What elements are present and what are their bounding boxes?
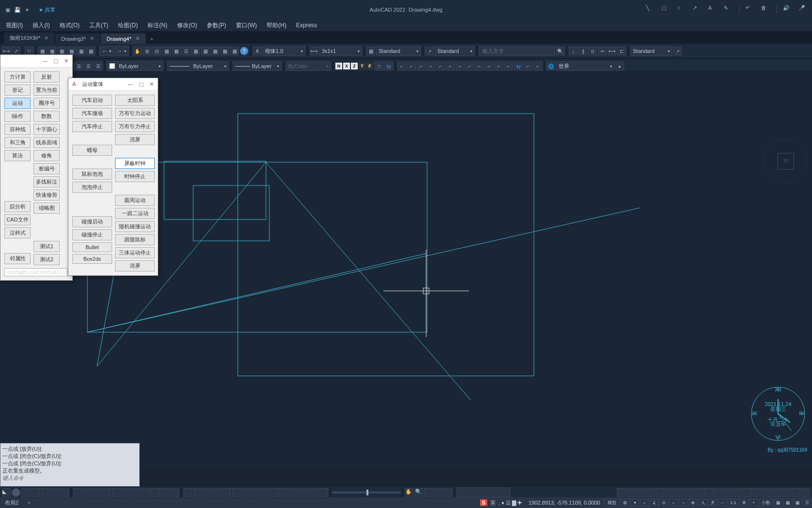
ucs12-icon[interactable]: ⌐ [504, 62, 513, 70]
block6-icon[interactable]: ▦ [86, 47, 95, 55]
tab-close-icon[interactable]: ✕ [44, 35, 49, 41]
r19-icon[interactable] [792, 488, 800, 497]
layout-tab[interactable]: 布局2 [0, 499, 23, 507]
sb-e2-icon[interactable]: ▦ [783, 499, 792, 507]
doc-tab[interactable]: Drawing3*✕ [55, 34, 100, 44]
tool-形记[interactable]: 形记 [4, 85, 31, 96]
block5-icon[interactable]: ▦ [77, 47, 85, 55]
dropdown-icon[interactable]: ▾ [23, 6, 31, 14]
grid-icon[interactable]: ⊞ [621, 499, 630, 507]
tool-多线标注[interactable]: 多线标注 [33, 176, 60, 187]
motion-清屏[interactable]: 清屏 [115, 134, 155, 145]
modify4-icon[interactable] [102, 488, 111, 497]
r16-icon[interactable] [762, 488, 771, 497]
text-tool-icon[interactable]: A [708, 5, 718, 15]
3d3-icon[interactable] [203, 488, 212, 497]
3d14-icon[interactable] [310, 488, 318, 497]
modify3-icon[interactable] [93, 488, 101, 497]
dec-btn[interactable]: 小数 [759, 499, 773, 507]
ucs6-icon[interactable]: ⌐ [446, 62, 455, 70]
motion-万有引力运动[interactable]: 万有引力运动 [115, 108, 155, 119]
nav3-icon[interactable] [424, 488, 433, 497]
ucs10-icon[interactable]: ⌐ [485, 62, 494, 70]
tool-容种线[interactable]: 容种线 [4, 124, 31, 135]
zoom1-icon[interactable]: ⊞ [143, 47, 151, 55]
world-combo[interactable]: 世界▾ [556, 61, 614, 71]
tool-邻属性[interactable]: 邻属性 [4, 253, 31, 264]
motion-三体运动停止[interactable]: 三体运动停止 [115, 247, 155, 258]
flag-Z[interactable]: Z [351, 63, 358, 69]
flag-F[interactable]: F [366, 63, 373, 69]
motion-时钟停止[interactable]: 时钟停止 [115, 171, 155, 182]
3d6-icon[interactable] [232, 488, 241, 497]
shape1-icon[interactable]: ◣ [2, 488, 11, 497]
menu-绘图(D)[interactable]: 绘图(D) [118, 21, 138, 30]
modify10-icon[interactable] [161, 488, 169, 497]
modify1-icon[interactable] [73, 488, 82, 497]
motion-泡泡停止[interactable]: 泡泡停止 [72, 182, 112, 193]
r3-icon[interactable] [636, 488, 645, 497]
minimize-icon[interactable]: — [42, 58, 48, 64]
3d7-icon[interactable] [242, 488, 250, 497]
snap9-icon[interactable]: 犬 [708, 499, 717, 507]
anno-icon[interactable]: ↗ [673, 47, 682, 55]
motion-Bullet[interactable]: Bullet [72, 242, 112, 252]
close-icon[interactable]: ✕ [149, 81, 154, 87]
tool-算法[interactable]: 算法 [4, 150, 31, 161]
scale-combo[interactable]: 3x1x1▾ [319, 46, 362, 56]
vp1-icon[interactable]: ▦ [162, 47, 171, 55]
r15-icon[interactable] [753, 488, 762, 497]
menu-参数(P)[interactable]: 参数(P) [207, 21, 226, 30]
r13-icon[interactable] [733, 488, 742, 497]
flag-N[interactable]: N [335, 63, 342, 69]
menu-修改(O)[interactable]: 修改(O) [177, 21, 197, 30]
tool1-icon[interactable]: ▦ [191, 47, 200, 55]
modify2-icon[interactable] [83, 488, 92, 497]
tool-l操作[interactable]: l操作 [4, 111, 31, 122]
dimstyle-icon[interactable]: ⟷ [310, 47, 318, 55]
3d1-icon[interactable] [183, 488, 192, 497]
snap7-icon[interactable]: ⊕ [689, 499, 697, 507]
tool-注样式[interactable]: 注样式 [4, 227, 31, 238]
line-tool-icon[interactable]: ╲ [646, 5, 656, 15]
snap6-icon[interactable]: ↔ [679, 499, 688, 507]
3d9-icon[interactable] [261, 488, 270, 497]
tab-close-icon[interactable]: ✕ [135, 35, 140, 42]
bycolor-combo[interactable]: ByColor▾ [286, 61, 331, 71]
minimize-icon[interactable]: — [128, 81, 133, 87]
tool5-icon[interactable]: ▦ [230, 47, 239, 55]
motion-一跟二运动[interactable]: 一跟二运动 [115, 208, 155, 219]
tool2-icon[interactable]: ▦ [201, 47, 210, 55]
modify9-icon[interactable] [151, 488, 160, 497]
flag-X[interactable]: X [343, 63, 350, 69]
tool-置为当前[interactable]: 置为当前 [33, 85, 60, 96]
menu-窗口(W)[interactable]: 窗口(W) [236, 21, 257, 30]
tablestyle-combo[interactable]: Standard▾ [376, 46, 421, 56]
lweight-combo[interactable]: ByLayer▾ [233, 61, 282, 71]
motion-万有引力停止[interactable]: 万有引力停止 [115, 121, 155, 132]
modify7-icon[interactable] [132, 488, 140, 497]
lisp-input[interactable]: (entget(car(entsel))) [4, 268, 67, 276]
3d5-icon[interactable] [222, 488, 231, 497]
doc-tab[interactable]: 御府1#2#3#*✕ [4, 33, 54, 44]
ucs5-icon[interactable]: ⌐ [436, 62, 445, 70]
pan-icon[interactable]: ✋ [133, 47, 142, 55]
const3-icon[interactable]: ⊙ [588, 47, 597, 55]
redo-combo[interactable]: → ▾ [115, 46, 129, 56]
mic-icon[interactable]: 🎤 [798, 5, 808, 15]
ucs1-icon[interactable]: ⌐ [398, 62, 406, 70]
shape4-icon[interactable] [41, 488, 50, 497]
share-link[interactable]: ➤ 共享 [39, 6, 55, 14]
menu-视图(I)[interactable]: 视图(I) [6, 21, 23, 30]
r9-icon[interactable] [695, 488, 703, 497]
tool-缩略图[interactable]: 缩略图 [33, 203, 60, 214]
bottom-search[interactable] [457, 488, 510, 497]
mleader-icon[interactable]: ↗ [425, 47, 434, 55]
nav4-icon[interactable] [434, 488, 443, 497]
maximize-icon[interactable]: ▢ [53, 58, 58, 64]
ucs13-icon[interactable]: xy [514, 62, 523, 70]
save-icon[interactable]: 💾 [14, 6, 21, 14]
modify8-icon[interactable] [141, 488, 150, 497]
menu-格式(O)[interactable]: 格式(O) [60, 21, 80, 30]
motion-螺母[interactable]: 螺母 [72, 145, 112, 156]
